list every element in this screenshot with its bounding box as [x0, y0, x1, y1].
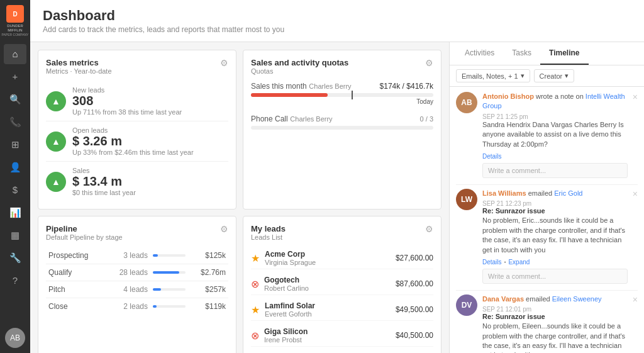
timeline-meta: Dana Vargas emailed Eileen Sweeney: [482, 294, 628, 304]
lead-name: Gogotech: [264, 276, 391, 284]
pipeline-stage-value: $257k: [188, 281, 228, 298]
page-subtitle: Add cards to track the metrics, leads an…: [43, 25, 631, 34]
new-leads-change: Up 711% from 38 this time last year: [72, 108, 182, 116]
user-avatar[interactable]: AB: [5, 328, 25, 348]
timeline-close-btn[interactable]: ×: [633, 294, 638, 305]
sidebar-item-add[interactable]: +: [4, 67, 26, 87]
open-leads-data: Open leads $ 3.26 m Up 33% from $2.46m t…: [72, 126, 194, 156]
timeline-actions: Details · Expand: [482, 257, 628, 266]
lead-icon: ⊗: [251, 278, 259, 290]
sidebar-item-person[interactable]: 👤: [4, 157, 26, 177]
creator-filter-button[interactable]: Creator ▾: [534, 69, 575, 82]
pipeline-panel-header: Pipeline Default Pipeline by stage ⚙: [46, 224, 228, 241]
pipeline-stage-name: Pitch: [46, 281, 106, 298]
metric-sales: ▲ Sales $ 13.4 m $0 this time last year: [46, 162, 228, 201]
sidebar-item-help[interactable]: ?: [4, 271, 26, 291]
metrics-panel-subtitle: Metrics · Year-to-date: [46, 67, 112, 75]
center-panels: Sales metrics Metrics · Year-to-date ⚙ ▲…: [30, 42, 449, 353]
leads-panel-header: My leads Leads List ⚙: [251, 224, 433, 241]
open-leads-label: Open leads: [72, 126, 194, 134]
sidebar-item-phone[interactable]: 📞: [4, 112, 26, 132]
timeline-datetime: SEP 21 12:23 pm: [482, 200, 628, 207]
timeline-meta: Antonio Bishop wrote a note on Intelli W…: [482, 92, 628, 111]
expand-link[interactable]: Expand: [508, 259, 530, 266]
quotas-gear-icon[interactable]: ⚙: [425, 58, 433, 68]
details-link[interactable]: Details: [482, 259, 502, 266]
pipeline-panel-title: Pipeline: [46, 224, 123, 233]
timeline-meta: Lisa Williams emailed Eric Gold: [482, 189, 628, 198]
sidebar-item-table[interactable]: ▦: [4, 225, 26, 245]
email-filter-chevron-icon: ▾: [521, 72, 525, 80]
my-leads-panel: My leads Leads List ⚙ ★ Acme Corp Virgin…: [243, 216, 441, 353]
lead-name: Lamfind Solar: [265, 301, 391, 310]
main-content: Dashboard Add cards to track the metrics…: [30, 0, 644, 353]
timeline-close-btn[interactable]: ×: [633, 92, 638, 102]
company-name: DUNDERMIFFLINPAPER COMPANY: [2, 24, 29, 38]
timeline-entry: LW Lisa Williams emailed Eric Gold SEP 2…: [456, 189, 638, 291]
sales-data: Sales $ 13.4 m $0 this time last year: [72, 167, 136, 196]
quotas-panel-titles: Sales and activity quotas Quotas: [251, 58, 348, 75]
page-header: Dashboard Add cards to track the metrics…: [30, 0, 644, 42]
pipeline-stage-leads: 3 leads: [106, 247, 150, 264]
timeline-actor: Dana Vargas: [482, 295, 524, 303]
creator-filter-chevron-icon: ▾: [565, 72, 569, 80]
comment-input[interactable]: Write a comment...: [482, 163, 628, 178]
open-leads-arrow-icon: ▲: [46, 132, 66, 152]
quota-sales-values: $174k / $416.7k: [380, 82, 433, 91]
pipeline-stage-leads: 28 leads: [106, 264, 150, 281]
table-row: Prospecting 3 leads $125k: [46, 247, 228, 264]
lead-value: $27,600.00: [396, 254, 433, 262]
sidebar-item-dollar[interactable]: $: [4, 180, 26, 200]
sidebar-item-puzzle[interactable]: 🔧: [4, 248, 26, 268]
tab-timeline[interactable]: Timeline: [540, 42, 588, 65]
timeline-action: wrote a note on: [536, 92, 586, 100]
pipeline-stage-value: $2.76m: [188, 264, 228, 281]
lead-person: Everett Goforth: [265, 310, 391, 318]
quotas-panel-header: Sales and activity quotas Quotas ⚙: [251, 58, 433, 75]
quota-sales-assignee: Charles Berry: [309, 82, 351, 90]
comment-input[interactable]: Write a comment...: [482, 269, 628, 284]
timeline-entry: AB Antonio Bishop wrote a note on Intell…: [456, 92, 638, 185]
leads-gear-icon[interactable]: ⚙: [425, 224, 433, 234]
metrics-gear-icon[interactable]: ⚙: [220, 58, 228, 68]
quota-phone-names: Phone Call Charles Berry: [251, 114, 333, 123]
email-filter-button[interactable]: Emails, Notes, + 1 ▾: [456, 69, 530, 82]
sidebar-item-chart[interactable]: 📊: [4, 203, 26, 223]
pipeline-panel: Pipeline Default Pipeline by stage ⚙ Pro…: [38, 216, 236, 353]
sidebar-item-home[interactable]: ⌂: [4, 44, 26, 64]
list-item: ⊗ Giga Silicon Irene Probst $40,500.00: [251, 325, 433, 347]
timeline-close-btn[interactable]: ×: [633, 189, 638, 199]
timeline-target: Eric Gold: [554, 189, 582, 197]
list-item: ⊗ Gogotech Robert Carlino $87,600.00: [251, 273, 433, 295]
lead-icon: ★: [251, 304, 260, 316]
tab-activities[interactable]: Activities: [456, 42, 503, 65]
sidebar-item-grid[interactable]: ⊞: [4, 135, 26, 155]
pipeline-gear-icon[interactable]: ⚙: [220, 224, 228, 234]
tab-tasks[interactable]: Tasks: [503, 42, 540, 65]
quota-today-label: Today: [251, 98, 433, 105]
new-leads-arrow-icon: ▲: [46, 91, 66, 111]
quota-sales-bar: [251, 93, 433, 97]
details-link[interactable]: Details: [482, 153, 502, 160]
lead-info: Lamfind Solar Everett Goforth: [265, 301, 391, 318]
pipeline-stage-value: $125k: [188, 247, 228, 264]
creator-filter-label: Creator: [540, 72, 563, 80]
sidebar-item-search[interactable]: 🔍: [4, 89, 26, 109]
quotas-panel-title: Sales and activity quotas: [251, 58, 348, 67]
quota-sales-name: Sales this month Charles Berry: [251, 81, 352, 91]
lead-icon: ⊗: [251, 330, 259, 342]
sales-label: Sales: [72, 167, 136, 174]
timeline-action: emailed: [528, 189, 555, 197]
metrics-panel-header: Sales metrics Metrics · Year-to-date ⚙: [46, 58, 228, 75]
timeline-actions: Details: [482, 151, 628, 160]
pipeline-stage-name: Close: [46, 298, 106, 315]
pipeline-stage-name: Prospecting: [46, 247, 106, 264]
timeline-body: Dana Vargas emailed Eileen Sweeney SEP 2…: [482, 294, 628, 353]
metrics-panel-title: Sales metrics: [46, 58, 112, 67]
quota-phone-assignee: Charles Berry: [290, 115, 332, 123]
quota-sales-fill: [251, 93, 328, 97]
timeline-avatar: LW: [456, 189, 477, 210]
list-item: ★ Lamfind Solar Everett Goforth $49,500.…: [251, 299, 433, 321]
new-leads-label: New leads: [72, 86, 182, 94]
quota-sales-header: Sales this month Charles Berry $174k / $…: [251, 81, 433, 91]
